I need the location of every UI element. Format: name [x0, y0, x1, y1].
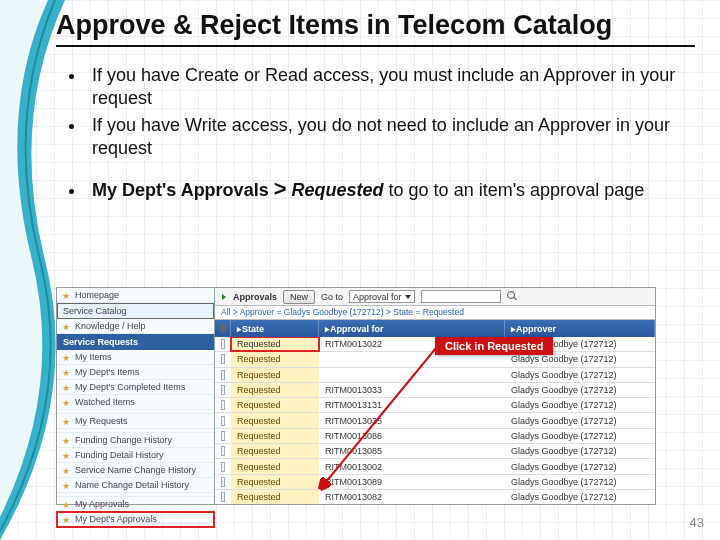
- callout: Click in Requested: [435, 337, 553, 355]
- col-state[interactable]: State: [242, 324, 264, 334]
- star-icon: ★: [62, 368, 71, 377]
- goto-label: Go to: [321, 292, 343, 302]
- sidebar-item-label: My Dept's Completed Items: [75, 382, 185, 392]
- cell-state[interactable]: Requested: [231, 383, 319, 397]
- goto-select[interactable]: Approval for: [349, 290, 415, 303]
- sidebar-item[interactable]: ★Name Change Detail History: [57, 478, 214, 493]
- row-checkbox[interactable]: [221, 385, 225, 395]
- cell-state[interactable]: Requested: [231, 398, 319, 412]
- cell-approver: Gladys Goodbye (172712): [505, 368, 655, 382]
- cell-approver: Gladys Goodbye (172712): [505, 429, 655, 443]
- row-checkbox[interactable]: [221, 477, 225, 487]
- bullet-3: My Dept's Approvals > Requested to go to…: [86, 173, 695, 205]
- row-checkbox[interactable]: [221, 492, 225, 502]
- slide: Approve & Reject Items in Telecom Catalo…: [0, 0, 720, 540]
- app-screenshot: ★Homepage Service Catalog ★Knowledge / H…: [56, 287, 656, 505]
- sidebar-item-label: Funding Change History: [75, 435, 172, 445]
- slide-body: If you have Create or Read access, you m…: [56, 62, 695, 205]
- row-checkbox[interactable]: [221, 370, 225, 380]
- sidebar-item-label: Service Catalog: [63, 306, 127, 316]
- cell-approver: Gladys Goodbye (172712): [505, 444, 655, 458]
- row-checkbox[interactable]: [221, 339, 225, 349]
- sidebar-item-label: Name Change Detail History: [75, 480, 189, 490]
- star-icon: ★: [62, 481, 71, 490]
- search-input[interactable]: [421, 290, 501, 303]
- sidebar-item-label: Homepage: [75, 290, 119, 300]
- sidebar-item-label: Service Name Change History: [75, 465, 196, 475]
- row-checkbox[interactable]: [221, 431, 225, 441]
- cell-state[interactable]: Requested: [231, 368, 319, 382]
- row-checkbox[interactable]: [221, 354, 225, 364]
- sidebar-item-label: My Dept's Approvals: [75, 514, 157, 524]
- cell-approver: Gladys Goodbye (172712): [505, 475, 655, 489]
- cell-approver: Gladys Goodbye (172712): [505, 398, 655, 412]
- row-checkbox[interactable]: [221, 462, 225, 472]
- star-icon: ★: [62, 291, 71, 300]
- cell-approver: Gladys Goodbye (172712): [505, 413, 655, 427]
- back-icon[interactable]: [222, 294, 226, 300]
- cell-approver: Gladys Goodbye (172712): [505, 490, 655, 504]
- star-icon: ★: [62, 322, 71, 331]
- row-checkbox[interactable]: [221, 416, 225, 426]
- sidebar-item[interactable]: ★Knowledge / Help: [57, 319, 214, 334]
- toolbar: Approvals New Go to Approval for: [215, 288, 655, 306]
- page-number: 43: [690, 515, 704, 530]
- annotation-arrow: [311, 323, 441, 493]
- sidebar-item[interactable]: Service Catalog: [57, 303, 214, 319]
- bullet-3-bold-a: My Dept's Approvals: [92, 180, 269, 200]
- sidebar-item-my-depts-approvals[interactable]: ★My Dept's Approvals: [57, 512, 214, 527]
- sidebar-item-label: Watched Items: [75, 397, 135, 407]
- slide-title: Approve & Reject Items in Telecom Catalo…: [56, 10, 695, 47]
- cell-approver: Gladys Goodbye (172712): [505, 459, 655, 473]
- sidebar-item[interactable]: ★My Items: [57, 350, 214, 365]
- sidebar-item[interactable]: ★Funding Change History: [57, 433, 214, 448]
- star-icon: ★: [62, 398, 71, 407]
- sidebar-item-label: My Requests: [75, 416, 128, 426]
- star-icon: ★: [62, 383, 71, 392]
- cell-state[interactable]: Requested: [231, 337, 319, 351]
- bullet-3-tail: to go to an item's approval page: [384, 180, 645, 200]
- toolbar-title: Approvals: [233, 292, 277, 302]
- row-checkbox[interactable]: [221, 446, 225, 456]
- sidebar-item[interactable]: ★Service Name Change History: [57, 463, 214, 478]
- svg-line-0: [321, 348, 436, 488]
- main-panel: Approvals New Go to Approval for All > A…: [215, 288, 655, 504]
- bullet-1: If you have Create or Read access, you m…: [86, 62, 695, 112]
- new-button[interactable]: New: [283, 290, 315, 304]
- sidebar-item-label: Knowledge / Help: [75, 321, 146, 331]
- star-icon: ★: [62, 451, 71, 460]
- sidebar-item[interactable]: ★My Dept's Items: [57, 365, 214, 380]
- chevron-down-icon: [405, 295, 411, 299]
- cell-state[interactable]: Requested: [231, 444, 319, 458]
- bullet-3-gt: >: [274, 176, 287, 201]
- gear-icon[interactable]: ⚙: [218, 323, 228, 334]
- star-icon: ★: [62, 466, 71, 475]
- row-checkbox[interactable]: [221, 400, 225, 410]
- breadcrumb[interactable]: All > Approver = Gladys Goodbye (172712)…: [215, 306, 655, 320]
- star-icon: ★: [62, 500, 71, 509]
- cell-state[interactable]: Requested: [231, 490, 319, 504]
- cell-approver: Gladys Goodbye (172712): [505, 383, 655, 397]
- sidebar-item[interactable]: ★My Approvals: [57, 497, 214, 512]
- search-icon[interactable]: [507, 291, 518, 302]
- sidebar-item[interactable]: ★Watched Items: [57, 395, 214, 410]
- cell-state[interactable]: Requested: [231, 459, 319, 473]
- cell-state[interactable]: Requested: [231, 352, 319, 366]
- sidebar-header: Service Requests: [57, 334, 214, 350]
- star-icon: ★: [62, 417, 71, 426]
- sidebar-item-label: My Dept's Items: [75, 367, 139, 377]
- star-icon: ★: [62, 353, 71, 362]
- sidebar-item[interactable]: ★Funding Detail History: [57, 448, 214, 463]
- cell-state[interactable]: Requested: [231, 413, 319, 427]
- sidebar: ★Homepage Service Catalog ★Knowledge / H…: [57, 288, 215, 504]
- bullet-3-bold-b: Requested: [292, 180, 384, 200]
- sidebar-item[interactable]: ★My Dept's Completed Items: [57, 380, 214, 395]
- sidebar-item[interactable]: ★Homepage: [57, 288, 214, 303]
- sidebar-item-label: Funding Detail History: [75, 450, 164, 460]
- cell-state[interactable]: Requested: [231, 475, 319, 489]
- sidebar-item-label: My Approvals: [75, 499, 129, 509]
- cell-state[interactable]: Requested: [231, 429, 319, 443]
- sidebar-item[interactable]: ★My Requests: [57, 414, 214, 429]
- star-icon: ★: [62, 515, 71, 524]
- col-approver[interactable]: Approver: [516, 324, 556, 334]
